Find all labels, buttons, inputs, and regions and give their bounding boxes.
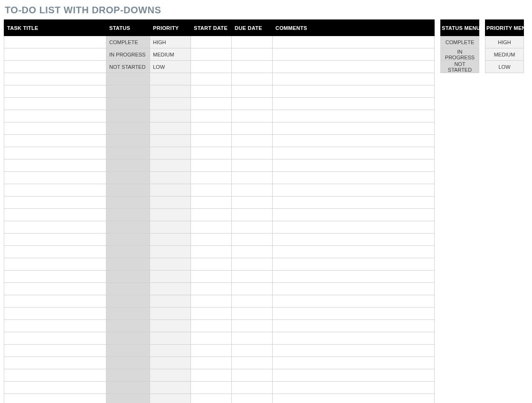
cell-status[interactable] <box>106 209 150 221</box>
cell-due-date[interactable] <box>232 246 273 258</box>
cell-priority[interactable]: LOW <box>150 61 191 73</box>
cell-comments[interactable] <box>273 36 435 48</box>
cell-priority[interactable] <box>150 135 191 147</box>
cell-comments[interactable] <box>273 357 435 369</box>
cell-comments[interactable] <box>273 73 435 85</box>
cell-task-title[interactable] <box>4 345 106 357</box>
cell-start-date[interactable] <box>191 271 232 283</box>
cell-due-date[interactable] <box>232 369 273 382</box>
cell-status[interactable] <box>106 308 150 320</box>
cell-status[interactable] <box>106 147 150 159</box>
cell-task-title[interactable] <box>4 197 106 209</box>
cell-start-date[interactable] <box>191 283 232 295</box>
cell-task-title[interactable] <box>4 122 106 135</box>
cell-status[interactable] <box>106 85 150 98</box>
cell-status[interactable] <box>106 382 150 394</box>
cell-task-title[interactable] <box>4 332 106 345</box>
cell-start-date[interactable] <box>191 98 232 110</box>
cell-comments[interactable] <box>273 246 435 258</box>
cell-due-date[interactable] <box>232 221 273 234</box>
cell-start-date[interactable] <box>191 147 232 159</box>
cell-comments[interactable] <box>273 48 435 61</box>
cell-status[interactable] <box>106 172 150 184</box>
cell-due-date[interactable] <box>232 394 273 403</box>
cell-status[interactable] <box>106 394 150 403</box>
cell-status[interactable] <box>106 283 150 295</box>
cell-due-date[interactable] <box>232 85 273 98</box>
cell-comments[interactable] <box>273 135 435 147</box>
cell-start-date[interactable] <box>191 197 232 209</box>
cell-start-date[interactable] <box>191 246 232 258</box>
cell-start-date[interactable] <box>191 320 232 332</box>
cell-comments[interactable] <box>273 147 435 159</box>
cell-comments[interactable] <box>273 271 435 283</box>
cell-due-date[interactable] <box>232 357 273 369</box>
cell-status[interactable] <box>106 357 150 369</box>
cell-due-date[interactable] <box>232 147 273 159</box>
cell-status[interactable] <box>106 98 150 110</box>
cell-task-title[interactable] <box>4 283 106 295</box>
cell-comments[interactable] <box>273 258 435 271</box>
cell-task-title[interactable] <box>4 159 106 172</box>
cell-priority[interactable] <box>150 332 191 345</box>
cell-priority[interactable] <box>150 85 191 98</box>
cell-due-date[interactable] <box>232 73 273 85</box>
cell-priority[interactable] <box>150 110 191 122</box>
cell-due-date[interactable] <box>232 172 273 184</box>
cell-status[interactable] <box>106 320 150 332</box>
cell-due-date[interactable] <box>232 36 273 48</box>
cell-task-title[interactable] <box>4 172 106 184</box>
cell-start-date[interactable] <box>191 357 232 369</box>
cell-priority[interactable] <box>150 345 191 357</box>
cell-status[interactable] <box>106 135 150 147</box>
cell-start-date[interactable] <box>191 110 232 122</box>
cell-priority[interactable]: HIGH <box>150 36 191 48</box>
cell-status[interactable] <box>106 122 150 135</box>
cell-task-title[interactable] <box>4 48 106 61</box>
cell-priority[interactable] <box>150 184 191 197</box>
cell-comments[interactable] <box>273 172 435 184</box>
cell-comments[interactable] <box>273 61 435 73</box>
cell-task-title[interactable] <box>4 394 106 403</box>
cell-priority[interactable] <box>150 320 191 332</box>
cell-task-title[interactable] <box>4 147 106 159</box>
cell-due-date[interactable] <box>232 110 273 122</box>
cell-comments[interactable] <box>273 221 435 234</box>
status-menu-item[interactable]: COMPLETE <box>441 36 479 48</box>
cell-start-date[interactable] <box>191 295 232 308</box>
cell-status[interactable] <box>106 271 150 283</box>
priority-menu-item[interactable]: LOW <box>485 61 524 73</box>
priority-menu-item[interactable]: HIGH <box>485 36 524 48</box>
cell-task-title[interactable] <box>4 382 106 394</box>
cell-start-date[interactable] <box>191 382 232 394</box>
cell-start-date[interactable] <box>191 332 232 345</box>
cell-start-date[interactable] <box>191 135 232 147</box>
cell-priority[interactable] <box>150 308 191 320</box>
cell-priority[interactable] <box>150 394 191 403</box>
cell-priority[interactable] <box>150 246 191 258</box>
cell-comments[interactable] <box>273 98 435 110</box>
cell-task-title[interactable] <box>4 357 106 369</box>
cell-task-title[interactable] <box>4 135 106 147</box>
cell-task-title[interactable] <box>4 320 106 332</box>
cell-comments[interactable] <box>273 209 435 221</box>
cell-task-title[interactable] <box>4 308 106 320</box>
cell-comments[interactable] <box>273 122 435 135</box>
cell-priority[interactable] <box>150 234 191 246</box>
cell-status[interactable] <box>106 221 150 234</box>
cell-start-date[interactable] <box>191 258 232 271</box>
cell-comments[interactable] <box>273 382 435 394</box>
cell-priority[interactable] <box>150 172 191 184</box>
cell-task-title[interactable] <box>4 234 106 246</box>
cell-status[interactable] <box>106 295 150 308</box>
cell-task-title[interactable] <box>4 271 106 283</box>
cell-status[interactable] <box>106 159 150 172</box>
cell-task-title[interactable] <box>4 209 106 221</box>
cell-comments[interactable] <box>273 283 435 295</box>
cell-task-title[interactable] <box>4 110 106 122</box>
cell-status[interactable] <box>106 184 150 197</box>
cell-comments[interactable] <box>273 320 435 332</box>
cell-due-date[interactable] <box>232 122 273 135</box>
cell-priority[interactable]: MEDIUM <box>150 48 191 61</box>
cell-status[interactable] <box>106 345 150 357</box>
